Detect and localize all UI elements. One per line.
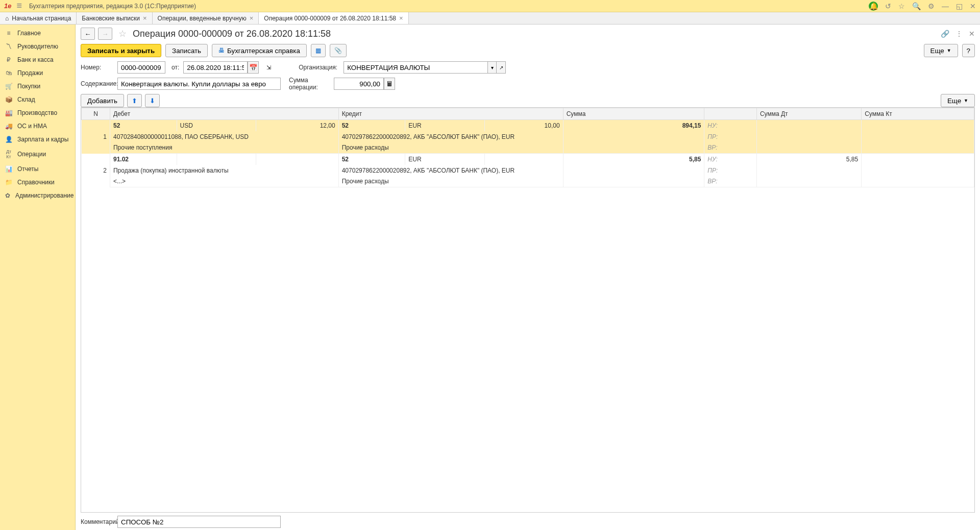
settings-icon[interactable]: ⚙ [928,2,935,10]
date-expand-button[interactable]: ⇲ [263,61,274,74]
add-button[interactable]: Добавить [81,94,124,107]
sidebar-item-admin[interactable]: ✿Администрирование [0,189,75,202]
sidebar-item-manager[interactable]: 〽Руководителю [0,40,75,53]
more-table-button[interactable]: Еще ▼ [941,94,975,107]
minimize-icon[interactable]: — [942,2,949,10]
table-row[interactable]: Продажа (покупка) иностранной валюты 407… [82,165,974,176]
cell-sum: 894,15 [563,120,704,131]
table-row[interactable]: Прочие поступления Прочие расходы ВР: [82,142,974,154]
sidebar-item-label: Зарплата и кадры [17,136,68,143]
cell-sum: 5,85 [563,154,704,165]
cell-credit-article: Прочие расходы [338,142,563,154]
app-title: Бухгалтерия предприятия, редакция 3.0 (1… [29,3,869,10]
close-icon[interactable]: × [399,14,403,22]
close-page-icon[interactable]: ✕ [969,30,975,38]
print-button[interactable]: 🖶Бухгалтерская справка [212,44,307,57]
title-bar: 1e ≡ Бухгалтерия предприятия, редакция 3… [0,0,980,12]
sidebar-item-production[interactable]: 🏭Производство [0,106,75,119]
sidebar-item-catalogs[interactable]: 📁Справочники [0,176,75,189]
dropdown-button[interactable]: ▾ [487,61,497,74]
sidebar-item-warehouse[interactable]: 📦Склад [0,93,75,106]
number-input[interactable] [117,61,165,74]
star-icon[interactable]: ☆ [118,28,127,39]
open-icon: ↗ [499,65,503,70]
content-input[interactable] [117,78,281,90]
save-close-button[interactable]: Записать и закрыть [81,44,161,57]
table-row[interactable]: <...> Прочие расходы ВР: [82,176,974,187]
col-debit[interactable]: Дебет [110,108,338,120]
calendar-button[interactable]: 📅 [248,61,259,74]
entries-grid[interactable]: N Дебет Кредит Сумма Сумма Дт Сумма Кт 1… [81,107,975,513]
back-button[interactable]: ← [81,28,95,40]
col-tax[interactable] [704,108,757,120]
sidebar-item-hr[interactable]: 👤Зарплата и кадры [0,133,75,146]
favorite-icon[interactable]: ☆ [898,2,905,10]
cell-debit-article: <...> [110,176,338,187]
calendar-icon: 📅 [249,64,258,71]
close-icon[interactable]: × [250,14,254,22]
sidebar-item-main[interactable]: ≡Главное [0,27,75,40]
sidebar-item-operations[interactable]: ДтКтОперации [0,146,75,162]
more-icon[interactable]: ⋮ [955,30,963,38]
sidebar-item-reports[interactable]: 📊Отчеты [0,162,75,176]
calc-button[interactable]: 🖩 [384,78,395,90]
tab-bank[interactable]: Банковские выписки × [77,12,152,24]
col-sum[interactable]: Сумма [563,108,704,120]
ruble-icon: ₽ [5,56,12,63]
col-n[interactable]: N [82,108,110,120]
cell-credit-detail: 40702978622000020892, АКБ "АБСОЛЮТ БАНК"… [338,131,563,142]
col-sumdt[interactable]: Сумма Дт [756,108,861,120]
box-icon: 📦 [5,96,12,103]
maximize-icon[interactable]: ◱ [956,2,963,10]
open-button[interactable]: ↗ [497,61,506,74]
search-icon[interactable]: 🔍 [912,2,921,10]
help-button[interactable]: ? [962,44,975,57]
tab-operation[interactable]: Операция 0000-000009 от 26.08.2020 18:11… [259,12,408,24]
cell-debit-detail: 40702840800000011088, ПАО СБЕРБАНК, USD [110,131,338,142]
opsum-label: Сумма операции: [289,77,330,91]
bell-icon[interactable]: 🔔 [869,2,878,11]
cell-credit-cur: EUR [405,120,484,131]
barchart-icon: 📊 [5,165,12,173]
tab-home[interactable]: ⌂ Начальная страница [0,12,77,24]
sidebar-item-label: Склад [17,96,35,103]
table-row[interactable]: 2 91.02 52 EUR 5,85 НУ: 5,85 [82,154,974,165]
attach-button[interactable]: 📎 [330,44,347,57]
date-input[interactable] [183,61,248,74]
col-sumkt[interactable]: Сумма Кт [862,108,974,120]
save-button[interactable]: Записать [165,44,208,57]
sidebar-item-sales[interactable]: 🛍Продажи [0,66,75,80]
table-row[interactable]: 40702840800000011088, ПАО СБЕРБАНК, USD … [82,131,974,142]
opsum-input[interactable] [334,78,384,90]
main-content: ← → ☆ Операция 0000-000009 от 26.08.2020… [76,25,980,530]
footer: Комментарий: [81,513,975,528]
sidebar-item-assets[interactable]: 🚚ОС и НМА [0,119,75,133]
cell-tax-pr: ПР: [704,131,757,142]
cell-credit-acc: 52 [338,154,405,165]
chevron-down-icon: ▼ [964,98,968,103]
more-button[interactable]: Еще ▼ [924,44,958,57]
table-row[interactable]: 1 52 USD 12,00 52 EUR 10,00 894,15 НУ: [82,120,974,131]
org-input[interactable] [344,61,487,74]
sidebar-item-purchases[interactable]: 🛒Покупки [0,80,75,93]
history-icon[interactable]: ↺ [885,2,891,10]
menu-icon[interactable]: ≡ [16,1,22,11]
link-icon[interactable]: 🔗 [941,30,949,38]
forward-button[interactable]: → [98,28,112,40]
cell-credit-article: Прочие расходы [338,176,563,187]
sidebar-item-bank[interactable]: ₽Банк и касса [0,53,75,66]
cell-credit-amt: 10,00 [484,120,563,131]
cell-tax-pr: ПР: [704,165,757,176]
move-down-button[interactable]: ⬇ [145,94,160,107]
cell-debit-detail: Продажа (покупка) иностранной валюты [110,165,338,176]
cell-debit-amt: 12,00 [256,120,338,131]
register-button[interactable]: ▦ [311,44,326,57]
move-up-button[interactable]: ⬆ [127,94,142,107]
gear-icon: ✿ [5,192,10,199]
col-credit[interactable]: Кредит [338,108,563,120]
tab-manual-ops[interactable]: Операции, введенные вручную × [153,12,259,24]
close-icon[interactable]: × [143,14,147,22]
cell-credit-detail: 40702978622000020892, АКБ "АБСОЛЮТ БАНК"… [338,165,563,176]
comment-input[interactable] [117,516,281,528]
close-icon[interactable]: ✕ [970,2,976,10]
